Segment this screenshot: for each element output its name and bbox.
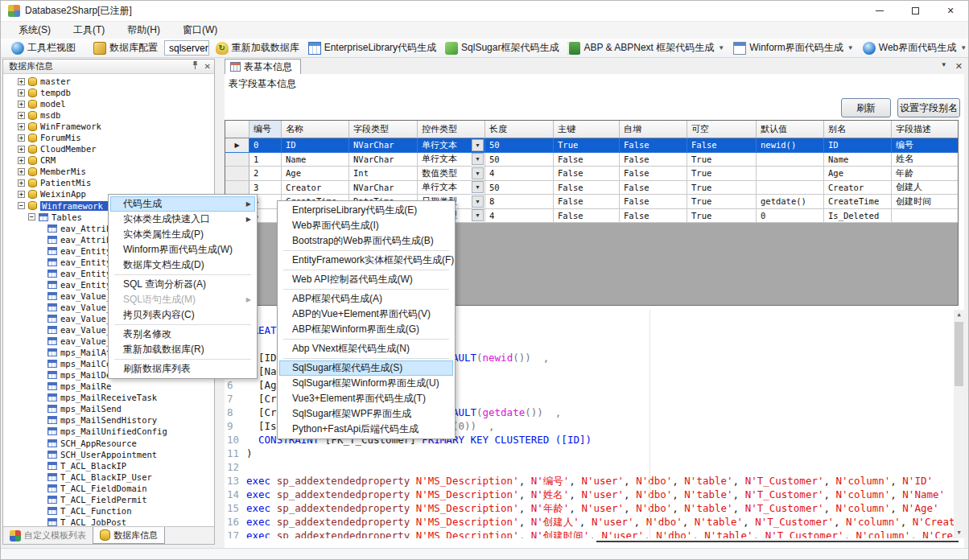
grid-column-header[interactable]: 默认值 bbox=[757, 121, 824, 138]
scroll-down-icon[interactable]: ▼ bbox=[954, 528, 964, 538]
sub-menu-item[interactable]: Bootstrap的Web界面代码生成(B) bbox=[279, 233, 453, 249]
grid-cell[interactable] bbox=[757, 167, 824, 181]
grid-cell[interactable]: NVarChar bbox=[349, 153, 418, 167]
panel-close-icon[interactable]: ✕ bbox=[204, 62, 211, 71]
grid-cell[interactable]: newid() bbox=[757, 138, 824, 153]
grid-cell[interactable]: True bbox=[687, 153, 757, 167]
grid-cell[interactable]: 8 bbox=[485, 195, 554, 209]
tree-node[interactable]: +CloudMember bbox=[3, 143, 214, 154]
grid-cell[interactable]: 0 bbox=[249, 138, 282, 153]
grid-cell[interactable]: False bbox=[620, 153, 687, 167]
expand-toggle-icon[interactable]: − bbox=[28, 213, 35, 220]
tree-node[interactable]: mps_MailSendHistory bbox=[3, 414, 214, 426]
expand-toggle-icon[interactable]: + bbox=[18, 112, 25, 119]
grid-cell[interactable]: getdate() bbox=[757, 195, 824, 209]
tree-node[interactable]: +WinFramework bbox=[3, 121, 214, 132]
grid-cell[interactable]: 单行文本▼ bbox=[418, 181, 485, 196]
grid-cell[interactable]: True bbox=[687, 195, 757, 209]
sub-menu-item[interactable]: ABP框架Winform界面生成(G) bbox=[279, 322, 453, 337]
tree-node[interactable]: +msdb bbox=[3, 109, 214, 121]
grid-cell[interactable]: 年龄 bbox=[892, 167, 959, 181]
grid-cell[interactable]: False bbox=[620, 167, 687, 181]
grid-cell[interactable]: Name bbox=[824, 153, 892, 167]
panel-tab-database-info[interactable]: 数据库信息 bbox=[93, 527, 165, 544]
sub-menu-item[interactable]: Web API控制器代码生成(W) bbox=[279, 272, 453, 287]
grid-cell[interactable]: 编号 bbox=[892, 138, 959, 153]
tree-node[interactable]: +model bbox=[3, 98, 214, 109]
sub-menu-item[interactable]: ABP的Vue+Element界面代码(V) bbox=[279, 307, 453, 322]
tree-node[interactable]: T_ACL_FieldPermit bbox=[3, 494, 214, 505]
grid-cell[interactable]: 单行文本▼ bbox=[418, 138, 485, 153]
grid-column-header[interactable]: 主键 bbox=[554, 121, 620, 138]
tree-node[interactable]: SCH_AppResource bbox=[3, 438, 214, 449]
menu-top-item[interactable]: 工具(T) bbox=[62, 22, 116, 39]
grid-cell[interactable]: True bbox=[687, 167, 757, 181]
tree-node[interactable]: mps_MailRe bbox=[3, 381, 214, 392]
grid-cell[interactable]: False bbox=[554, 153, 620, 167]
grid-column-header[interactable]: 字段类型 bbox=[349, 121, 418, 138]
sub-menu-item[interactable]: SqlSugar框架Winform界面生成(U) bbox=[279, 376, 453, 391]
grid-cell[interactable]: False bbox=[687, 138, 757, 153]
toolbar-button[interactable]: SqlSugar框架代码生成 bbox=[443, 40, 561, 56]
sub-menu-item[interactable]: EnterpriseLibrary代码生成(E) bbox=[279, 203, 453, 218]
sub-menu-item[interactable]: Abp VNext框架代码生成(N) bbox=[279, 341, 453, 356]
grid-cell[interactable]: 姓名 bbox=[892, 153, 959, 167]
context-menu-item[interactable]: 重新加载数据库(R) bbox=[110, 342, 255, 357]
expand-toggle-icon[interactable]: + bbox=[18, 168, 25, 175]
grid-cell[interactable]: Age bbox=[282, 167, 349, 181]
refresh-button[interactable]: 刷新 bbox=[841, 98, 891, 117]
dropdown-arrow-icon[interactable]: ▼ bbox=[847, 44, 854, 51]
toolbar-button[interactable]: Web界面代码生成▼ bbox=[860, 40, 969, 56]
tree-node[interactable]: T_ACL_FieldDomain bbox=[3, 483, 214, 494]
grid-cell[interactable]: 3 bbox=[249, 181, 282, 196]
grid-cell[interactable] bbox=[892, 209, 959, 224]
expand-toggle-icon[interactable]: + bbox=[18, 157, 25, 164]
tree-node[interactable]: +ForumMis bbox=[3, 132, 214, 143]
toolbar-button[interactable]: 重新加载数据库 bbox=[213, 40, 302, 56]
row-selector-cell[interactable]: ▶ bbox=[225, 138, 249, 153]
grid-column-header[interactable]: 编号 bbox=[249, 121, 282, 138]
toolbar-button[interactable]: Winform界面代码生成▼ bbox=[731, 40, 856, 56]
tree-node[interactable]: T_ACL_BlackIP_User bbox=[3, 471, 214, 483]
grid-cell[interactable]: False bbox=[554, 195, 620, 209]
grid-column-header[interactable]: 控件类型 bbox=[418, 121, 485, 138]
tab-table-basic-info[interactable]: 表基本信息 bbox=[225, 59, 301, 74]
row-selector-cell[interactable] bbox=[225, 153, 249, 167]
grid-cell[interactable]: Creator bbox=[282, 181, 349, 196]
grid-cell[interactable]: Int bbox=[349, 167, 418, 181]
grid-column-header[interactable]: 名称 bbox=[282, 121, 349, 138]
grid-column-header[interactable]: 字段描述 bbox=[892, 121, 959, 138]
grid-cell[interactable]: 创建人 bbox=[892, 181, 959, 196]
grid-cell[interactable]: True bbox=[554, 138, 620, 153]
tree-node[interactable]: mps_MailUnifiedConfig bbox=[3, 426, 214, 437]
row-selector-cell[interactable] bbox=[225, 167, 249, 181]
sql-vertical-scrollbar[interactable]: ▲ ▼ bbox=[954, 310, 964, 538]
sub-menu-item[interactable]: EntityFramework实体框架代码生成(F) bbox=[279, 253, 453, 268]
context-menu-item[interactable]: SQL 查询分析器(A) bbox=[110, 277, 255, 292]
tree-node[interactable]: +CRM bbox=[3, 154, 214, 166]
grid-cell[interactable]: ID bbox=[282, 138, 349, 153]
grid-cell[interactable]: 0 bbox=[757, 209, 824, 224]
tree-node[interactable]: SCH_UserAppointment bbox=[3, 449, 214, 460]
grid-cell[interactable]: True bbox=[687, 181, 757, 196]
cell-dropdown-icon[interactable]: ▼ bbox=[472, 139, 484, 151]
context-menu-item[interactable]: 表别名修改 bbox=[110, 327, 255, 342]
grid-cell[interactable]: True bbox=[687, 209, 757, 224]
expand-toggle-icon[interactable]: + bbox=[18, 101, 25, 108]
grid-cell[interactable]: 1 bbox=[249, 153, 282, 167]
minimize-button[interactable] bbox=[862, 1, 897, 21]
toolbar-button[interactable]: ABP & ABPNext 框架代码生成▼ bbox=[565, 40, 727, 56]
grid-cell[interactable]: 50 bbox=[485, 153, 554, 167]
grid-corner-cell[interactable] bbox=[225, 121, 249, 138]
grid-cell[interactable]: False bbox=[620, 181, 687, 196]
grid-cell[interactable] bbox=[757, 181, 824, 196]
toolbar-button[interactable]: 数据库配置 bbox=[91, 40, 160, 56]
toolbar-button[interactable]: 工具栏视图 bbox=[9, 40, 78, 56]
grid-cell[interactable]: Creator bbox=[824, 181, 892, 196]
grid-cell[interactable]: False bbox=[554, 181, 620, 196]
expand-toggle-icon[interactable]: − bbox=[18, 202, 25, 209]
grid-cell[interactable]: False bbox=[620, 138, 687, 153]
context-menu-item[interactable]: 代码生成▶ bbox=[110, 196, 255, 212]
dropdown-arrow-icon[interactable]: ▼ bbox=[718, 44, 724, 51]
menu-top-item[interactable]: 帮助(H) bbox=[116, 22, 171, 39]
